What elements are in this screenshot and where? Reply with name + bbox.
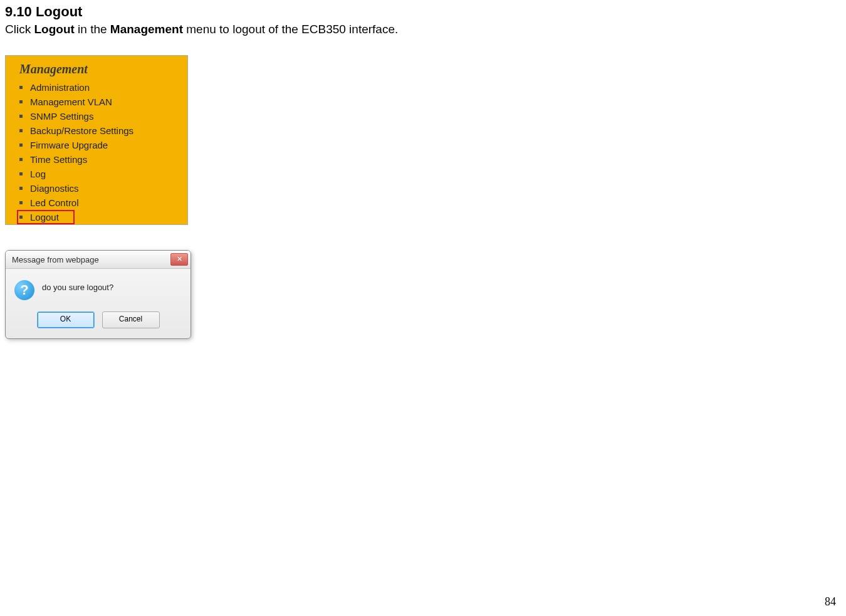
dialog-message: do you sure logout?	[42, 280, 113, 292]
bullet-icon	[19, 100, 23, 103]
menu-item-time-settings[interactable]: Time Settings	[6, 152, 187, 167]
body-bold-logout: Logout	[34, 23, 74, 36]
menu-item-label: Management VLAN	[30, 97, 112, 107]
bullet-icon	[19, 201, 23, 204]
bullet-icon	[19, 129, 23, 132]
menu-item-label: Time Settings	[30, 154, 87, 165]
body-post: menu to logout of the ECB350 interface.	[183, 23, 398, 36]
menu-item-management-vlan[interactable]: Management VLAN	[6, 95, 187, 109]
menu-item-label: SNMP Settings	[30, 111, 93, 122]
question-icon: ?	[14, 280, 34, 300]
close-icon: ✕	[177, 255, 182, 263]
menu-item-label: Firmware Upgrade	[30, 140, 108, 150]
body-bold-management: Management	[110, 23, 183, 36]
menu-item-diagnostics[interactable]: Diagnostics	[6, 181, 187, 196]
dialog-buttons: OK Cancel	[6, 305, 191, 338]
menu-item-administration[interactable]: Administration	[6, 80, 187, 95]
dialog-titlebar: Message from webpage ✕	[6, 251, 191, 269]
menu-item-label: Administration	[30, 82, 90, 93]
menu-item-backup-restore[interactable]: Backup/Restore Settings	[6, 123, 187, 138]
close-button[interactable]: ✕	[170, 253, 188, 266]
menu-item-label: Led Control	[30, 197, 79, 208]
menu-item-log[interactable]: Log	[6, 167, 187, 181]
bullet-icon	[19, 144, 23, 147]
menu-item-snmp-settings[interactable]: SNMP Settings	[6, 109, 187, 123]
ok-button[interactable]: OK	[37, 311, 95, 328]
body-text: Click Logout in the Management menu to l…	[5, 23, 841, 36]
menu-item-label: Diagnostics	[30, 183, 79, 194]
bullet-icon	[19, 172, 23, 175]
bullet-icon	[19, 86, 23, 89]
menu-item-label: Backup/Restore Settings	[30, 125, 133, 136]
dialog-title: Message from webpage	[12, 255, 99, 264]
bullet-icon	[19, 158, 23, 161]
body-mid: in the	[75, 23, 110, 36]
dialog-body: ? do you sure logout?	[6, 269, 191, 305]
management-menu: Management Administration Management VLA…	[5, 55, 188, 225]
body-pre: Click	[5, 23, 34, 36]
menu-title: Management	[6, 56, 187, 80]
menu-item-led-control[interactable]: Led Control	[6, 196, 187, 210]
page-number: 84	[825, 595, 836, 608]
cancel-button[interactable]: Cancel	[102, 311, 160, 328]
bullet-icon	[19, 187, 23, 190]
menu-item-logout[interactable]: Logout	[6, 210, 187, 224]
confirm-dialog: Message from webpage ✕ ? do you sure log…	[5, 250, 191, 339]
bullet-icon	[19, 115, 23, 118]
menu-item-firmware-upgrade[interactable]: Firmware Upgrade	[6, 138, 187, 152]
section-heading: 9.10 Logout	[5, 4, 841, 20]
menu-item-label: Logout	[30, 212, 59, 222]
bullet-icon	[19, 216, 23, 219]
menu-item-label: Log	[30, 169, 46, 179]
